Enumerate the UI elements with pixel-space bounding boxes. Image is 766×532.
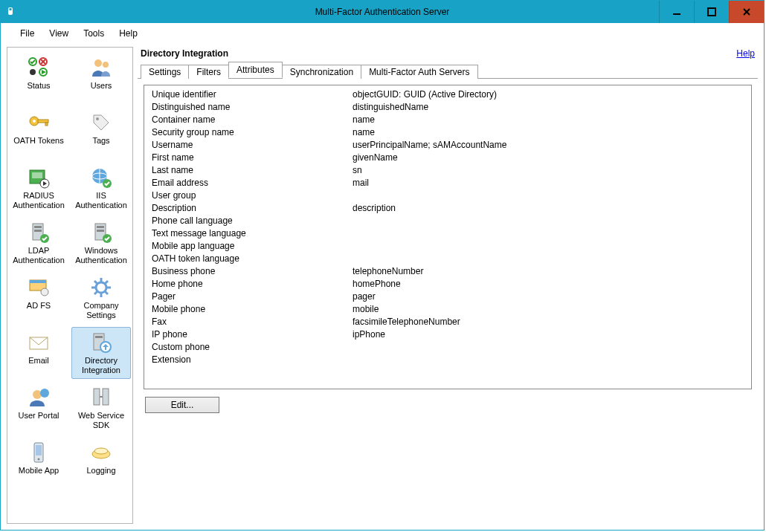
attribute-value: facsimileTelephoneNumber (353, 316, 744, 328)
sidebar-item-label: OATH Tokens (13, 136, 63, 146)
sidebar-item-logging[interactable]: Logging (71, 437, 131, 489)
attribute-value: distinguishedName (353, 101, 744, 114)
attribute-row[interactable]: Unique identifierobjectGUID: GUID (Activ… (144, 88, 751, 101)
attribute-row[interactable]: Mobile app language (144, 240, 751, 253)
attribute-row[interactable]: Phone call language (144, 215, 751, 227)
close-button[interactable] (729, 1, 764, 23)
attributes-list[interactable]: Unique identifierobjectGUID: GUID (Activ… (144, 85, 752, 389)
attribute-value (353, 227, 744, 240)
attribute-value (353, 215, 744, 227)
attribute-row[interactable]: Home phonehomePhone (144, 278, 751, 291)
maximize-button[interactable] (694, 1, 729, 23)
attribute-row[interactable]: Container namename (144, 114, 751, 126)
tab-mfa-servers[interactable]: Multi-Factor Auth Servers (361, 65, 477, 79)
attribute-value: objectGUID: GUID (Active Directory) (353, 88, 744, 101)
svg-line-47 (94, 291, 97, 294)
attribute-row[interactable]: User group (144, 189, 751, 202)
attribute-row[interactable]: FaxfacsimileTelephoneNumber (144, 316, 751, 328)
sidebar-item-company-settings[interactable]: Company Settings (71, 272, 131, 324)
attribute-label: Email address (152, 177, 353, 189)
attribute-value: ipPhone (353, 328, 744, 341)
main-header: Directory Integration Help (138, 47, 758, 62)
attribute-row[interactable]: Distinguished namedistinguishedName (144, 101, 751, 114)
logging-icon (89, 441, 113, 464)
sidebar-item-adfs[interactable]: AD FS (9, 272, 68, 324)
svg-point-14 (103, 62, 109, 68)
menu-help[interactable]: Help (113, 27, 144, 40)
attribute-row[interactable]: Extension (144, 354, 751, 366)
attribute-row[interactable]: Security group namename (144, 126, 751, 139)
svg-point-19 (96, 117, 99, 120)
sidebar-item-windows-auth[interactable]: Windows Authentication (71, 217, 131, 269)
help-link[interactable]: Help (736, 48, 755, 59)
server-icon (89, 221, 113, 244)
svg-rect-50 (95, 336, 103, 338)
app-icon (5, 6, 17, 18)
attribute-row[interactable]: IP phoneipPhone (144, 328, 751, 341)
sidebar-item-web-service-sdk[interactable]: Web Service SDK (71, 382, 131, 434)
svg-point-39 (96, 282, 106, 293)
sidebar-item-label: Windows Authentication (72, 246, 130, 265)
sidebar-item-email[interactable]: Email (9, 327, 68, 379)
attribute-row[interactable]: First namegivenName (144, 152, 751, 164)
edit-button[interactable]: Edit... (145, 397, 219, 413)
attribute-row[interactable]: UsernameuserPrincipalName; sAMAccountNam… (144, 139, 751, 152)
attribute-label: IP phone (152, 328, 353, 341)
phone-icon (27, 441, 51, 464)
tab-filters[interactable]: Filters (188, 65, 229, 79)
app-window: Multi-Factor Authentication Server File … (0, 0, 765, 531)
attribute-row[interactable]: Custom phone (144, 341, 751, 354)
sdk-icon (89, 386, 113, 409)
sidebar-item-iis-auth[interactable]: IIS Authentication (71, 162, 131, 214)
attribute-label: User group (152, 189, 353, 202)
attribute-value: pager (353, 291, 744, 303)
attribute-value (353, 341, 744, 354)
attribute-row[interactable]: Descriptiondescription (144, 202, 751, 215)
sidebar-item-ldap-auth[interactable]: LDAP Authentication (9, 217, 68, 269)
attribute-row[interactable]: Email addressmail (144, 177, 751, 189)
sidebar-item-user-portal[interactable]: User Portal (9, 382, 68, 434)
svg-point-54 (40, 389, 49, 398)
attribute-row[interactable]: Last namesn (144, 164, 751, 177)
sidebar-item-mobile-app[interactable]: Mobile App (9, 437, 68, 489)
user-portal-icon (27, 386, 51, 409)
attribute-value: description (353, 202, 744, 215)
attribute-label: Home phone (152, 278, 353, 291)
sidebar-item-label: Status (27, 81, 50, 91)
attribute-value: telephoneNumber (353, 265, 744, 278)
svg-point-53 (33, 390, 42, 399)
menu-file[interactable]: File (14, 27, 40, 40)
attribute-label: Distinguished name (152, 101, 353, 114)
minimize-button[interactable] (659, 1, 694, 23)
attribute-value: sn (353, 164, 744, 177)
attribute-row[interactable]: Mobile phonemobile (144, 303, 751, 316)
menu-view[interactable]: View (43, 27, 74, 40)
svg-rect-29 (34, 226, 42, 228)
menubar: File View Tools Help (1, 23, 764, 44)
attribute-label: Extension (152, 354, 353, 366)
sidebar-item-tags[interactable]: Tags (71, 107, 131, 159)
sidebar-item-label: Tags (92, 136, 109, 146)
svg-rect-55 (94, 389, 100, 405)
sidebar-item-oath-tokens[interactable]: OATH Tokens (9, 107, 68, 159)
attribute-row[interactable]: Text message language (144, 227, 751, 240)
svg-rect-30 (34, 230, 42, 232)
sidebar-item-label: User Portal (18, 411, 59, 421)
sidebar-item-users[interactable]: Users (71, 52, 131, 104)
attribute-value: userPrincipalName; sAMAccountName (353, 139, 744, 152)
svg-line-45 (105, 291, 108, 294)
tab-attributes[interactable]: Attributes (228, 62, 283, 78)
attribute-row[interactable]: Business phonetelephoneNumber (144, 265, 751, 278)
tab-settings[interactable]: Settings (141, 65, 189, 79)
sidebar-item-radius-auth[interactable]: RADIUS Authentication (9, 162, 68, 214)
tab-synchronization[interactable]: Synchronization (282, 65, 361, 79)
attribute-label: Pager (152, 291, 353, 303)
sidebar-item-directory-integration[interactable]: Directory Integration (71, 327, 131, 379)
svg-line-44 (94, 281, 97, 284)
sidebar-item-status[interactable]: Status (9, 52, 68, 104)
attribute-row[interactable]: Pagerpager (144, 291, 751, 303)
svg-point-16 (33, 120, 36, 123)
attribute-value (353, 253, 744, 265)
menu-tools[interactable]: Tools (77, 27, 110, 40)
attribute-row[interactable]: OATH token language (144, 253, 751, 265)
